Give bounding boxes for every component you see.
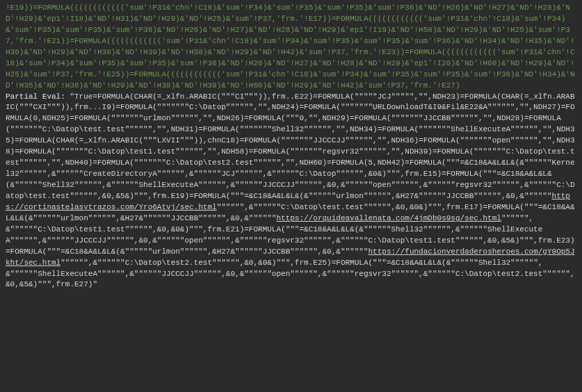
- formula-expression-text: !E19))=FORMULA(((((((((((('sum'!P31&'chn…: [6, 3, 575, 90]
- code-output-panel: !E19))=FORMULA(((((((((((('sum'!P31&'chn…: [6, 3, 576, 291]
- partial-eval-seg4: """""",&""""""C:\Datop\test2.test"""""",…: [6, 259, 575, 289]
- partial-eval-label: Partial Eval:: [6, 92, 70, 101]
- partial-eval-seg1: "True=FORMULA(CHAR(=_xlfn.ARABIC("""CI""…: [6, 92, 575, 200]
- url-link-2[interactable]: https://orquideavallenata.com/4jmDb0s9sg…: [276, 214, 501, 222]
